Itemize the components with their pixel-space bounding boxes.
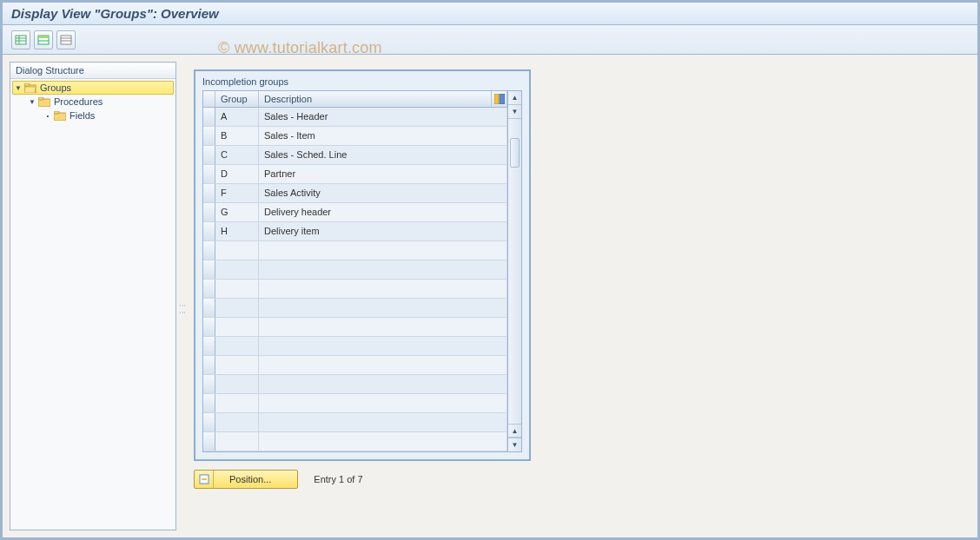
cell-group <box>215 356 259 374</box>
scroll-down-button-2[interactable]: ▼ <box>508 438 521 451</box>
table-row[interactable] <box>203 413 507 432</box>
table-row[interactable]: GDelivery header <box>203 203 507 222</box>
row-selector[interactable] <box>203 318 215 336</box>
table-row[interactable]: FSales Activity <box>203 184 507 203</box>
position-button[interactable]: Position... <box>194 470 298 489</box>
window-title: Display View "Groups": Overview <box>11 6 219 21</box>
svg-rect-13 <box>38 97 43 100</box>
row-selector[interactable] <box>203 413 215 431</box>
table-row[interactable] <box>203 280 507 299</box>
cell-group <box>215 394 259 412</box>
toolbar-button-3[interactable] <box>56 30 76 49</box>
cell-description <box>259 337 507 355</box>
cell-description <box>259 432 507 451</box>
table-icon <box>15 34 27 46</box>
cell-group: A <box>215 108 259 126</box>
row-selector[interactable] <box>203 222 215 240</box>
row-selector[interactable] <box>203 337 215 355</box>
tree-node-label: Procedures <box>54 96 103 107</box>
svg-rect-11 <box>24 83 30 86</box>
table-row[interactable] <box>203 299 507 318</box>
column-header-description[interactable]: Description <box>259 91 492 107</box>
table-row[interactable] <box>203 318 507 337</box>
row-selector[interactable] <box>203 375 215 393</box>
row-selector[interactable] <box>203 241 215 260</box>
cell-group: C <box>215 146 259 164</box>
table-settings-icon <box>494 94 505 104</box>
scroll-track[interactable] <box>508 119 521 424</box>
cell-description <box>259 280 507 298</box>
row-selector[interactable] <box>203 127 215 145</box>
expand-icon[interactable]: ▼ <box>28 97 36 106</box>
cell-description <box>259 375 507 393</box>
table-row[interactable] <box>203 394 507 413</box>
svg-rect-16 <box>494 94 499 104</box>
scroll-up-button-2[interactable]: ▲ <box>508 424 521 438</box>
select-all-header[interactable] <box>203 91 215 107</box>
cell-description <box>259 299 507 317</box>
scroll-up-button[interactable]: ▲ <box>508 91 521 105</box>
toolbar-button-2[interactable] <box>34 30 53 49</box>
table-row[interactable] <box>203 260 507 280</box>
application-toolbar <box>3 25 977 55</box>
cell-description <box>259 260 507 279</box>
scroll-thumb[interactable] <box>510 138 520 168</box>
row-selector[interactable] <box>203 184 215 202</box>
cell-description: Sales - Item <box>259 127 507 145</box>
incompletion-groups-panel: Incompletion groups Group Description <box>194 69 531 461</box>
cell-description: Delivery item <box>259 222 507 240</box>
tree-node-groups[interactable]: ▼ Groups <box>12 81 174 95</box>
cell-group <box>215 375 259 393</box>
row-selector[interactable] <box>203 356 215 374</box>
table-row[interactable] <box>203 241 507 260</box>
row-selector[interactable] <box>203 165 215 183</box>
svg-rect-5 <box>38 36 49 38</box>
row-selector[interactable] <box>203 260 215 279</box>
row-selector[interactable] <box>203 299 215 317</box>
groups-table: Group Description ASales - HeaderBSales … <box>202 90 522 452</box>
cell-group: G <box>215 203 259 221</box>
row-selector[interactable] <box>203 108 215 126</box>
table-deselect-icon <box>60 34 72 46</box>
svg-rect-0 <box>16 36 26 44</box>
folder-open-icon <box>24 83 36 93</box>
table-row[interactable] <box>203 356 507 375</box>
cell-group <box>215 413 259 431</box>
splitter-handle[interactable]: ⋮⋮ <box>179 302 187 316</box>
table-row[interactable]: DPartner <box>203 165 507 184</box>
svg-rect-15 <box>54 111 59 114</box>
bullet-icon: • <box>43 111 52 120</box>
tree-node-fields[interactable]: • Fields <box>12 109 174 122</box>
row-selector[interactable] <box>203 394 215 412</box>
table-settings-button[interactable] <box>492 91 507 107</box>
vertical-scrollbar[interactable]: ▲ ▼ ▲ ▼ <box>507 91 521 451</box>
cell-description <box>259 241 507 260</box>
expand-icon[interactable]: ▼ <box>14 83 23 92</box>
row-selector[interactable] <box>203 203 215 221</box>
cell-description: Delivery header <box>259 203 507 221</box>
cell-group <box>215 318 259 336</box>
tree-node-label: Groups <box>40 82 71 93</box>
cell-group: H <box>215 222 259 240</box>
tree-node-procedures[interactable]: ▼ Procedures <box>12 95 174 109</box>
table-row[interactable] <box>203 375 507 394</box>
table-row[interactable]: ASales - Header <box>203 108 507 127</box>
toolbar-button-1[interactable] <box>11 30 30 49</box>
table-row[interactable]: BSales - Item <box>203 127 507 146</box>
cell-group <box>215 337 259 355</box>
row-selector[interactable] <box>203 280 215 298</box>
position-icon <box>195 471 214 488</box>
table-row[interactable]: CSales - Sched. Line <box>203 146 507 165</box>
table-row[interactable]: HDelivery item <box>203 222 507 241</box>
table-row[interactable] <box>203 432 507 451</box>
scroll-down-button[interactable]: ▼ <box>508 105 521 119</box>
cell-group <box>215 260 259 279</box>
table-row[interactable] <box>203 337 507 356</box>
row-selector[interactable] <box>203 146 215 164</box>
column-header-group[interactable]: Group <box>215 91 259 107</box>
cell-description <box>259 394 507 412</box>
cell-group <box>215 280 259 298</box>
row-selector[interactable] <box>203 432 215 451</box>
cell-group: B <box>215 127 259 145</box>
folder-icon <box>54 111 66 121</box>
